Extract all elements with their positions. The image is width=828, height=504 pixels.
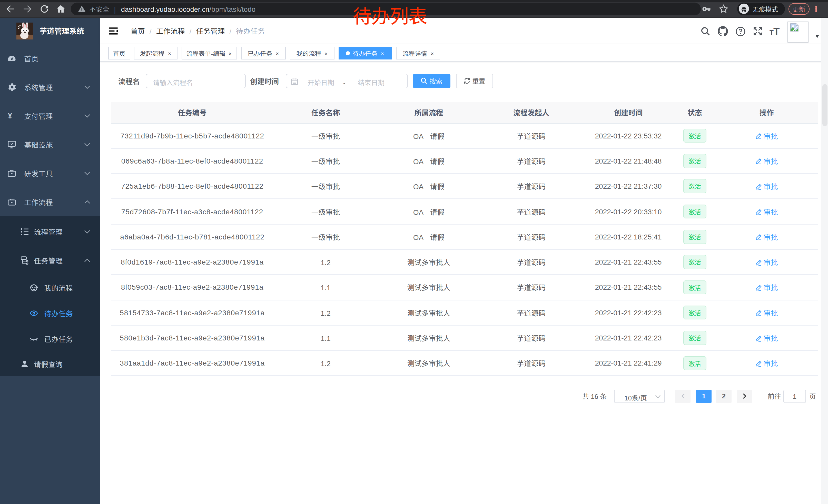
svg-text:T: T bbox=[770, 29, 774, 36]
svg-text:T: T bbox=[773, 27, 780, 36]
svg-text:¥: ¥ bbox=[7, 112, 12, 120]
